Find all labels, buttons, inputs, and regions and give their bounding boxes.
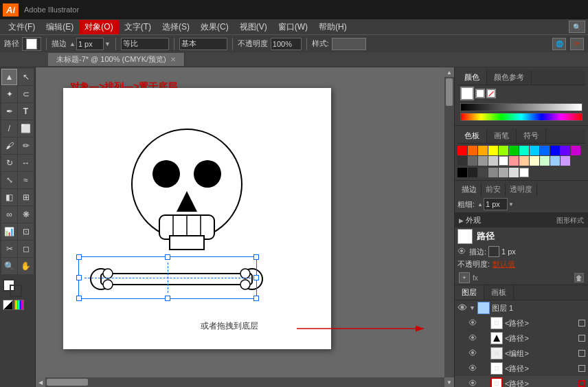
tab-artboards[interactable]: 画板 — [484, 285, 514, 300]
layer-1-eye[interactable] — [457, 303, 467, 313]
none-color-btn[interactable] — [3, 300, 13, 310]
swatch-dark-blue[interactable] — [550, 146, 560, 155]
stroke-value-input[interactable] — [76, 38, 104, 50]
stroke-arrows[interactable]: ▲ ▼ — [69, 38, 111, 50]
column-chart-tool[interactable]: 📊 — [1, 223, 17, 240]
menu-edit[interactable]: 编辑(E) — [41, 20, 79, 34]
rough-spinner[interactable]: ▲ ▼ — [477, 198, 514, 210]
swatch-red[interactable] — [457, 146, 467, 155]
layer-path-1-eye[interactable] — [468, 319, 477, 327]
eraser-tool[interactable]: ◻ — [18, 241, 34, 257]
tab-close-button[interactable]: ✕ — [170, 56, 176, 63]
slice-tool[interactable]: ✂ — [1, 241, 17, 257]
swatch-amber[interactable] — [478, 146, 488, 155]
rough-input[interactable] — [484, 198, 508, 210]
swatch-mid-gray[interactable] — [488, 168, 498, 177]
layer-path-4-eye[interactable] — [468, 379, 477, 387]
rotate-tool[interactable]: ↻ — [1, 155, 17, 171]
stroke-appear-swatch[interactable] — [488, 246, 499, 257]
symbol-tool[interactable]: ❋ — [18, 206, 34, 223]
swatch-yellow[interactable] — [488, 146, 498, 155]
fill-color-box[interactable] — [460, 87, 474, 100]
color-gradient-bar[interactable] — [460, 103, 583, 111]
swatch-purple[interactable] — [561, 146, 570, 155]
layer-path-4[interactable]: ⊡ <路径> — [455, 376, 588, 387]
scroll-left-btn[interactable]: ◀ — [36, 377, 45, 387]
layer-path-3[interactable]: ⊡ <路径> — [455, 361, 588, 376]
style-preview[interactable] — [332, 38, 366, 50]
tab-color-guide[interactable]: 颜色参考 — [487, 70, 532, 85]
direct-select-tool[interactable]: ↖ — [18, 69, 34, 85]
tab-nav[interactable]: 前安 — [482, 183, 506, 196]
layer-1-item[interactable]: ▼ 图层 1 — [455, 300, 588, 316]
layer-path-3-eye[interactable] — [468, 364, 477, 373]
trash-icon[interactable]: 🗑 — [574, 273, 584, 283]
swatch-near-black[interactable] — [468, 168, 477, 177]
pencil-tool[interactable]: ✏ — [18, 137, 34, 154]
document-tab[interactable]: 未标题-7* @ 100% (CMYK/预览) ✕ — [48, 53, 185, 66]
swatch-warm-gray[interactable] — [499, 168, 508, 177]
swatch-cyan-green[interactable] — [519, 146, 529, 155]
tab-symbols[interactable]: 符号 — [517, 129, 546, 143]
horizontal-scrollbar[interactable]: ◀ — [36, 377, 444, 387]
tab-layers[interactable]: 图层 — [455, 285, 484, 300]
add-effect-btn[interactable]: + — [459, 272, 470, 283]
swatch-pale-gray[interactable] — [509, 168, 519, 177]
path-swatch[interactable] — [457, 229, 473, 244]
menu-select[interactable]: 选择(S) — [157, 20, 195, 34]
fill-swatch[interactable] — [22, 37, 41, 51]
menu-window[interactable]: 窗口(W) — [273, 20, 313, 34]
blend-tool[interactable]: ∞ — [1, 206, 17, 223]
opacity-input[interactable] — [271, 38, 302, 50]
swatch-powder-blue[interactable] — [550, 156, 560, 166]
artboard-tool[interactable]: ⊡ — [18, 223, 34, 240]
tab-stroke[interactable]: 描边 — [457, 183, 482, 196]
scroll-thumb-h[interactable] — [47, 379, 88, 386]
menu-help[interactable]: 帮助(H) — [313, 20, 352, 34]
tab-transparency[interactable]: 透明度 — [506, 183, 537, 196]
warp-tool[interactable]: ≈ — [18, 172, 34, 188]
mesh-tool[interactable]: ⊞ — [18, 189, 34, 206]
layer-path-2-eye[interactable] — [468, 334, 477, 342]
menu-view[interactable]: 视图(V) — [234, 20, 273, 34]
mirror-tool[interactable]: ↔ — [18, 155, 34, 171]
scroll-down-btn[interactable]: ▼ — [444, 377, 454, 387]
gradient-btn[interactable] — [14, 300, 24, 310]
hand-tool[interactable]: ✋ — [18, 258, 34, 274]
select-tool[interactable]: ▲ — [1, 69, 17, 85]
shape-tool[interactable]: ⬜ — [18, 120, 34, 137]
tab-swatches[interactable]: 色板 — [457, 129, 487, 143]
menu-text[interactable]: 文字(T) — [119, 20, 157, 34]
swatch-magenta[interactable] — [571, 146, 580, 155]
type-tool[interactable]: T — [18, 103, 34, 120]
swatch-black[interactable] — [457, 168, 467, 177]
swatch-lavender[interactable] — [561, 156, 570, 166]
layer-group-1-eye[interactable] — [468, 349, 477, 357]
swatch-white2[interactable] — [519, 168, 529, 177]
stroke-box[interactable] — [10, 285, 22, 297]
eye-icon-stroke[interactable] — [457, 247, 466, 256]
scroll-thumb[interactable] — [446, 78, 453, 106]
swatch-green[interactable] — [509, 146, 519, 155]
layer-1-expand[interactable]: ▼ — [469, 305, 475, 311]
swatch-pink[interactable] — [509, 156, 519, 166]
layer-path-2[interactable]: <路径> — [455, 331, 588, 346]
tab-paint[interactable]: 画笔 — [487, 129, 517, 143]
vertical-scrollbar[interactable]: ▲ ▼ — [444, 67, 454, 387]
globe-icon[interactable]: 🌐 — [552, 38, 566, 50]
line-tool[interactable]: / — [1, 120, 17, 137]
none-color-box[interactable] — [486, 89, 496, 98]
layer-path-1[interactable]: ⊡ <路径> — [455, 316, 588, 331]
menu-effect[interactable]: 效果(C) — [195, 20, 234, 34]
ratio-input[interactable] — [121, 38, 169, 50]
swatch-blue[interactable] — [540, 146, 550, 155]
layer-group-1[interactable]: ▤ <编组> — [455, 346, 588, 361]
spectrum-bar[interactable] — [460, 113, 583, 121]
magic-wand-tool[interactable]: ✦ — [1, 86, 17, 102]
swatch-dark[interactable] — [457, 156, 467, 166]
menu-object[interactable]: 对象(O) — [79, 20, 118, 34]
swatch-peach[interactable] — [519, 156, 529, 166]
swatch-cream[interactable] — [530, 156, 539, 166]
scale-tool[interactable]: ⤡ — [1, 172, 17, 188]
swatch-light-gray[interactable] — [478, 156, 488, 166]
